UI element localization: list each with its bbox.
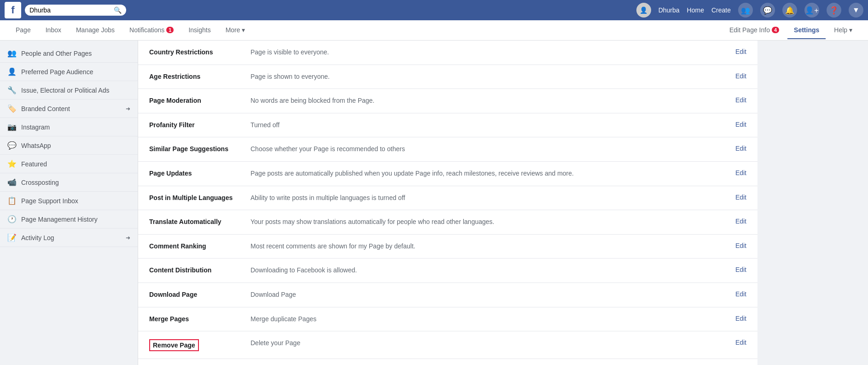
settings-row-page-moderation: Page Moderation No words are being block… [138,89,757,113]
setting-value: Page is visible to everyone. [250,48,728,57]
page-tabs: Page Inbox Manage Jobs Notifications 1 I… [0,20,868,41]
messenger-icon[interactable]: 💬 [760,3,775,18]
main-layout: 👥 People and Other Pages 👤 Preferred Pag… [0,41,868,365]
sidebar-item-people-other-pages[interactable]: 👥 People and Other Pages [0,44,138,63]
people-icon: 👥 [7,49,17,58]
setting-label: Profanity Filter [149,121,250,129]
tab-insights[interactable]: Insights [182,22,217,39]
edit-page-info-label: Edit Page Info [729,26,770,34]
arrow-icon: ➜ [126,235,130,241]
setting-value: Turned off [250,121,728,130]
featured-icon: ⭐ [7,159,17,168]
setting-value: Merge duplicate Pages [250,315,728,324]
sidebar-item-instagram[interactable]: 📷 Instagram [0,118,138,136]
sidebar-label: Branded Content [21,105,121,112]
edit-button-page-moderation[interactable]: Edit [735,96,746,104]
help-icon[interactable]: ❓ [827,3,841,18]
remove-page-label[interactable]: Remove Page [149,339,199,351]
sidebar-label: Featured [21,160,130,168]
sidebar-item-branded-content[interactable]: 🏷️ Branded Content ➜ [0,100,138,118]
setting-label: Country Restrictions [149,48,250,56]
edit-button-remove-page[interactable]: Edit [735,339,746,346]
nav-home[interactable]: Home [687,6,704,14]
search-input[interactable] [29,6,111,14]
sidebar-item-crossposting[interactable]: 📹 Crossposting [0,173,138,192]
setting-label: Comment Ranking [149,242,250,250]
settings-row-comment-ranking: Comment Ranking Most recent comments are… [138,235,757,259]
tab-notifications[interactable]: Notifications 1 [123,22,180,39]
settings-row-post-multiple-languages: Post in Multiple Languages Ability to wr… [138,186,757,211]
nav-username[interactable]: Dhurba [658,6,680,14]
add-friend-icon[interactable]: 👤+ [804,3,819,18]
sidebar-label: Instagram [21,124,130,131]
right-tabs: Edit Page Info 4 Settings Help ▾ [723,22,859,39]
tab-page[interactable]: Page [9,22,37,39]
sidebar-label: Page Support Inbox [21,197,130,205]
edit-button-comment-ranking[interactable]: Edit [735,242,746,249]
setting-label: Age Restrictions [149,72,250,80]
tab-inbox[interactable]: Inbox [39,22,68,39]
edit-button-merge-pages[interactable]: Edit [735,315,746,322]
search-icon: 🔍 [114,6,122,14]
edit-button-post-multiple-languages[interactable]: Edit [735,194,746,201]
setting-label: Translate Automatically [149,218,250,225]
setting-value: Download Page [250,290,728,300]
settings-sidebar: 👥 People and Other Pages 👤 Preferred Pag… [0,41,138,365]
facebook-logo: f [5,2,21,18]
sidebar-item-preferred-audience[interactable]: 👤 Preferred Page Audience [0,63,138,81]
sidebar-item-issue-ads[interactable]: 🔧 Issue, Electoral or Political Ads [0,81,138,100]
audience-icon: 👤 [7,67,17,76]
settings-row-translate-automatically: Translate Automatically Your posts may s… [138,210,757,235]
notifications-label: Notifications [129,26,164,34]
edit-button-page-updates[interactable]: Edit [735,169,746,177]
edit-button-download-page[interactable]: Edit [735,290,746,298]
edit-button-content-distribution[interactable]: Edit [735,266,746,273]
sidebar-label: Crossposting [21,179,130,186]
chevron-down-icon[interactable]: ▼ [849,3,863,18]
settings-row-merge-pages: Merge Pages Merge duplicate Pages Edit [138,307,757,332]
search-box[interactable]: 🔍 [25,5,126,16]
sidebar-item-whatsapp[interactable]: 💬 WhatsApp [0,136,138,155]
sidebar-item-featured[interactable]: ⭐ Featured [0,155,138,173]
settings-row-page-updates: Page Updates Page posts are automaticall… [138,162,757,186]
right-sidebar [757,41,868,365]
people-icon[interactable]: 👥 [738,3,753,18]
nav-left: f 🔍 [5,2,126,18]
settings-row-download-page: Download Page Download Page Edit [138,283,757,307]
edit-button-similar-page-suggestions[interactable]: Edit [735,145,746,152]
avatar: 👤 [636,3,651,18]
bell-icon[interactable]: 🔔 [782,3,797,18]
whatsapp-icon: 💬 [7,141,17,150]
tab-settings[interactable]: Settings [787,22,826,39]
sidebar-label: Page Management History [21,216,130,223]
sidebar-item-page-support-inbox[interactable]: 📋 Page Support Inbox [0,192,138,210]
sidebar-label: Issue, Electoral or Political Ads [21,87,130,94]
history-icon: 🕐 [7,215,17,224]
issue-icon: 🔧 [7,86,17,94]
setting-value: Most recent comments are shown for my Pa… [250,242,728,251]
edit-page-info-badge: 4 [772,27,779,33]
setting-value: Ability to write posts in multiple langu… [250,194,728,203]
setting-label: Page Moderation [149,96,250,104]
tab-manage-jobs[interactable]: Manage Jobs [70,22,121,39]
sidebar-label: Preferred Page Audience [21,68,130,76]
setting-value: Choose whether your Page is recommended … [250,145,728,154]
edit-button-age-restrictions[interactable]: Edit [735,72,746,80]
sidebar-item-page-management-history[interactable]: 🕐 Page Management History [0,210,138,229]
nav-right: 👤 Dhurba Home Create 👥 💬 🔔 👤+ ❓ ▼ [636,3,863,18]
setting-label: Merge Pages [149,315,250,323]
branded-icon: 🏷️ [7,104,17,113]
nav-create[interactable]: Create [711,6,731,14]
setting-value: Downloading to Facebook is allowed. [250,266,728,275]
sidebar-label: Activity Log [21,234,121,241]
edit-button-translate-automatically[interactable]: Edit [735,218,746,225]
setting-label: Download Page [149,290,250,298]
settings-row-content-distribution: Content Distribution Downloading to Face… [138,259,757,283]
edit-button-country-restrictions[interactable]: Edit [735,48,746,55]
tab-help[interactable]: Help ▾ [827,22,859,39]
sidebar-item-activity-log[interactable]: 📝 Activity Log ➜ [0,229,138,247]
settings-row-similar-page-suggestions: Similar Page Suggestions Choose whether … [138,137,757,162]
tab-edit-page-info[interactable]: Edit Page Info 4 [723,22,786,39]
tab-more[interactable]: More ▾ [219,22,252,39]
edit-button-profanity-filter[interactable]: Edit [735,121,746,128]
